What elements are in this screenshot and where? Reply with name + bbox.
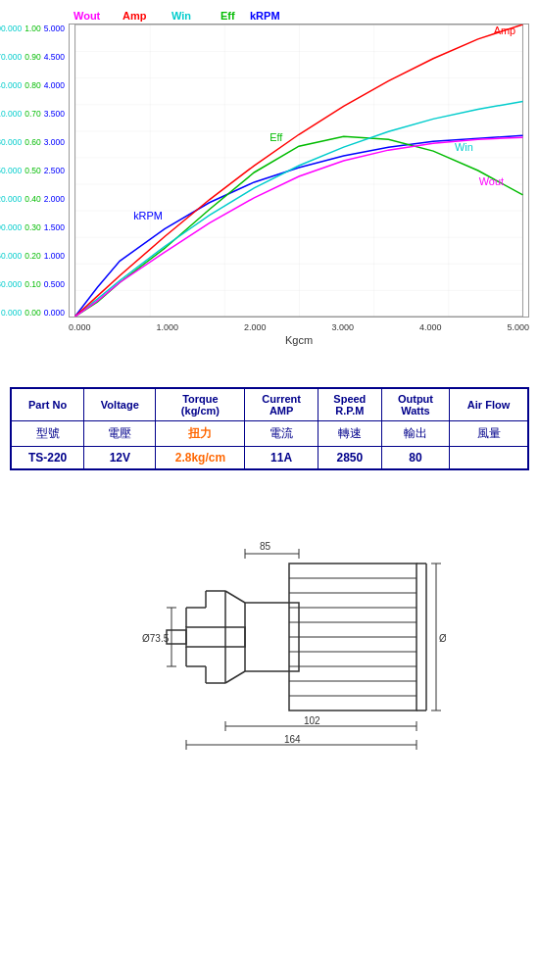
cell-output: 80 <box>381 447 449 470</box>
d2-label: Ø139 <box>439 633 446 644</box>
x-tick-5: 5.000 <box>507 322 529 332</box>
cell-voltage: 12V <box>84 447 156 470</box>
win-y0: 300.000 <box>0 24 22 33</box>
x-tick-1: 1.000 <box>156 322 178 332</box>
x-tick-2: 2.000 <box>244 322 267 332</box>
x-tick-3: 3.000 <box>331 322 354 332</box>
cell-torque: 2.8kg/cm <box>156 447 245 470</box>
w2-label: 102 <box>304 715 320 726</box>
th-voltage: Voltage <box>84 388 156 421</box>
zh-airflow: 風量 <box>450 421 528 447</box>
table-header-row: Part No Voltage Torque (kg/cm) Current A… <box>11 388 528 421</box>
krpm-y0: 5.000 <box>44 24 65 33</box>
th-output: Output Watts <box>381 388 449 421</box>
svg-rect-0 <box>75 24 523 317</box>
eff-curve-label: Eff <box>270 131 283 143</box>
chart-section: Wout Amp Win Eff kRPM 200.000 20.000 300… <box>0 0 539 372</box>
amp-curve-label: Amp <box>494 24 515 36</box>
th-current: Current AMP <box>245 388 318 421</box>
wout-header: Wout <box>74 10 122 22</box>
d1-label: Ø73.5 <box>142 633 170 644</box>
zh-output: 輸出 <box>381 421 449 447</box>
zh-part-no: 型號 <box>11 421 84 447</box>
th-airflow: Air Flow <box>450 388 528 421</box>
krpm-header: kRPM <box>250 10 280 22</box>
zh-voltage: 電壓 <box>84 421 156 447</box>
th-speed: Speed R.P.M <box>318 388 381 421</box>
cell-part-no: TS-220 <box>11 447 84 470</box>
svg-rect-14 <box>167 630 186 644</box>
svg-line-17 <box>225 671 245 683</box>
table-zh-header-row: 型號 電壓 扭力 電流 轉速 輸出 風量 <box>11 421 528 447</box>
specs-table: Part No Voltage Torque (kg/cm) Current A… <box>10 387 529 470</box>
eff-header: Eff <box>220 10 250 22</box>
motor-diagram: Ø73.5 Ø139 85 102 164 <box>93 505 446 779</box>
performance-chart: kRPM Eff Win Amp Wout <box>69 24 529 318</box>
x-tick-4: 4.000 <box>419 322 442 332</box>
wout-curve-label: Wout <box>479 175 504 187</box>
table-row: TS-220 12V 2.8kg/cm 11A 2850 80 <box>11 447 528 470</box>
x-tick-0: 0.000 <box>69 322 91 332</box>
x-axis-label: Kgcm <box>285 334 313 346</box>
table-section: Part No Voltage Torque (kg/cm) Current A… <box>0 372 539 485</box>
diagram-section: Ø73.5 Ø139 85 102 164 <box>0 485 539 799</box>
zh-speed: 轉速 <box>318 421 381 447</box>
th-torque: Torque (kg/cm) <box>156 388 245 421</box>
eff-y0: 1.00 <box>24 24 41 33</box>
win-header: Win <box>172 10 220 22</box>
svg-line-15 <box>225 591 245 603</box>
cell-airflow <box>450 447 528 470</box>
svg-rect-13 <box>186 627 245 647</box>
th-part-no: Part No <box>11 388 84 421</box>
krpm-curve-label: kRPM <box>133 210 163 221</box>
amp-header: Amp <box>122 10 172 22</box>
cell-current: 11A <box>245 447 318 470</box>
cell-speed: 2850 <box>318 447 381 470</box>
w3-label: 164 <box>284 734 301 745</box>
zh-current: 電流 <box>245 421 318 447</box>
zh-torque: 扭力 <box>156 421 245 447</box>
win-curve-label: Win <box>455 141 473 153</box>
w1-label: 85 <box>260 541 271 552</box>
